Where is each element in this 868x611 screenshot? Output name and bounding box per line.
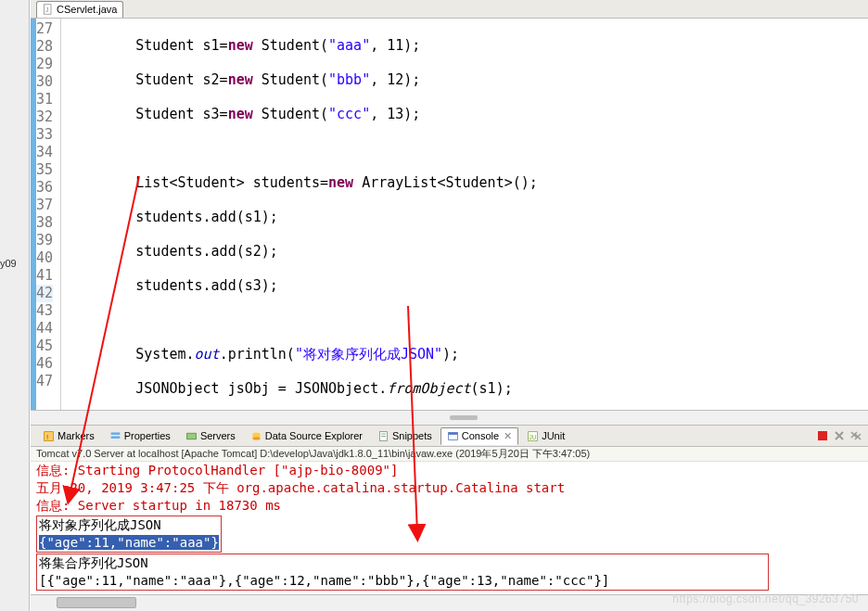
tab-junit[interactable]: JUJUnit (520, 427, 571, 445)
junit-icon: JU (527, 430, 539, 442)
code-editor[interactable]: 2728293031323334353637383940414243444546… (31, 19, 868, 410)
console-line: [{"age":11,"name":"aaa"},{"age":12,"name… (39, 572, 766, 590)
tab-data-source[interactable]: Data Source Explorer (244, 427, 369, 445)
close-icon[interactable]: ✕ (504, 430, 512, 442)
tab-servers[interactable]: Servers (179, 427, 242, 445)
console-line: 五月 20, 2019 3:47:25 下午 org.apache.catali… (36, 479, 862, 497)
remove-icon[interactable] (833, 429, 846, 442)
svg-rect-17 (818, 431, 827, 440)
editor-resize-handle[interactable] (31, 410, 868, 425)
console-line: 信息: Starting ProtocolHandler ["ajp-bio-8… (36, 462, 862, 479)
stop-icon[interactable] (816, 429, 829, 442)
database-icon (250, 430, 262, 442)
tab-console[interactable]: Console✕ (440, 427, 518, 445)
remove-all-icon[interactable] (849, 429, 862, 442)
line-number-gutter: 2728293031323334353637383940414243444546… (31, 19, 61, 410)
properties-icon (109, 430, 121, 442)
tab-properties[interactable]: Properties (103, 427, 177, 445)
editor-tab-cservlet[interactable]: J CServlet.java (36, 1, 123, 18)
scrollbar-thumb[interactable] (57, 597, 136, 608)
tab-markers[interactable]: !Markers (36, 427, 101, 445)
snippets-icon (377, 430, 389, 442)
code-content[interactable]: Student s1=new Student("aaa", 11); Stude… (61, 19, 565, 410)
svg-rect-14 (448, 432, 457, 434)
svg-rect-5 (110, 436, 120, 438)
console-line: 将集合序列化JSON (39, 554, 766, 572)
console-line: 将对象序列化成JSON (39, 516, 219, 534)
svg-point-9 (252, 437, 260, 439)
console-header: Tomcat v7.0 Server at localhost [Apache … (31, 447, 868, 462)
svg-rect-6 (187, 433, 197, 439)
bottom-tabs: !Markers Properties Servers Data Source … (31, 425, 868, 447)
console-line: {"age":11,"name":"aaa"} (39, 534, 219, 552)
project-gutter: y09 (0, 0, 30, 611)
gutter-text: y09 (0, 258, 17, 269)
java-file-icon: J (43, 4, 54, 15)
editor-tab-label: CServlet.java (57, 4, 117, 15)
console-icon (447, 430, 459, 442)
console-output[interactable]: 信息: Starting ProtocolHandler ["ajp-bio-8… (31, 462, 868, 594)
svg-text:!: ! (46, 432, 48, 440)
svg-rect-2 (45, 431, 54, 440)
tab-snippets[interactable]: Snippets (371, 427, 439, 445)
svg-text:JU: JU (530, 433, 537, 439)
console-line: 信息: Server startup in 18730 ms (36, 497, 862, 515)
editor-tab-bar: J CServlet.java (31, 0, 868, 19)
servers-icon (185, 430, 198, 442)
svg-rect-4 (110, 432, 120, 434)
watermark: https://blog.csdn.net/qq_39263750 (672, 592, 859, 605)
svg-text:J: J (45, 6, 48, 13)
markers-icon: ! (43, 430, 55, 442)
